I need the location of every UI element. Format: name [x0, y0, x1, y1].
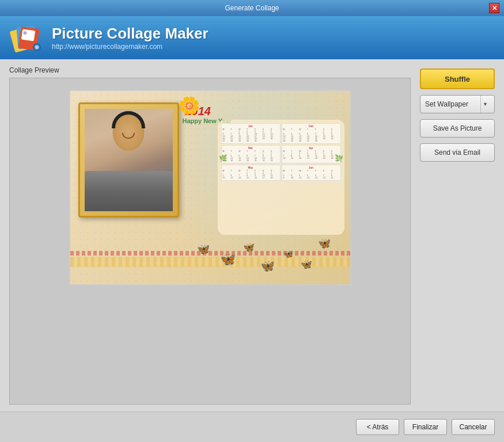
butterfly-1: 🦋 [197, 243, 210, 256]
dropdown-arrow-icon: ▼ [480, 96, 490, 113]
app-header-text: Picture Collage Maker http://www/picture… [52, 25, 209, 51]
actions-section: Shuffle Set Wallpaper ▼ Save As Picture … [420, 66, 495, 405]
photo-inner [85, 109, 173, 211]
collage-image: 2014 Happy New Year 🌼 Jan MTWTFSS 12345 … [69, 90, 351, 285]
calendar-area: Jan MTWTFSS 12345 6789101112 13141516171… [218, 120, 344, 235]
butterfly-7: 🦋 [318, 237, 331, 250]
shuffle-button[interactable]: Shuffle [420, 68, 495, 89]
butterfly-2: 🦋 [220, 252, 236, 267]
close-button[interactable]: ✕ [489, 3, 499, 13]
photo-frame [78, 102, 179, 218]
app-title: Picture Collage Maker [52, 25, 209, 43]
title-bar-text: Generate Collage [15, 4, 489, 12]
set-wallpaper-button[interactable]: Set Wallpaper ▼ [420, 95, 495, 113]
cancel-button[interactable]: Cancelar [452, 419, 495, 435]
preview-section: Collage Preview [9, 66, 411, 405]
preview-label: Collage Preview [9, 66, 411, 74]
main-content: Collage Preview [0, 59, 504, 411]
set-wallpaper-label: Set Wallpaper [425, 100, 468, 108]
butterfly-4: 🦋 [260, 259, 275, 273]
finish-button[interactable]: Finalizar [404, 419, 447, 435]
svg-rect-3 [21, 29, 35, 41]
app-website: http://www/picturecollagemaker.com [52, 43, 209, 51]
footer: < Atrás Finalizar Cancelar [0, 411, 504, 441]
butterfly-3: 🦋 [243, 242, 255, 253]
butterfly-5: 🦋 [283, 249, 293, 258]
butterfly-6: 🦋 [301, 259, 312, 270]
title-bar: Generate Collage ✕ [0, 0, 504, 16]
svg-point-7 [36, 46, 38, 48]
wavy-line [70, 251, 350, 256]
app-logo [9, 22, 44, 54]
app-header: Picture Collage Maker http://www/picture… [0, 16, 504, 59]
back-button[interactable]: < Atrás [356, 419, 399, 435]
preview-container: 2014 Happy New Year 🌼 Jan MTWTFSS 12345 … [9, 78, 411, 405]
flower-decoration: 🌼 [179, 96, 202, 119]
save-as-picture-button[interactable]: Save As Picture [420, 119, 495, 138]
send-via-email-button[interactable]: Send via Email [420, 143, 495, 162]
